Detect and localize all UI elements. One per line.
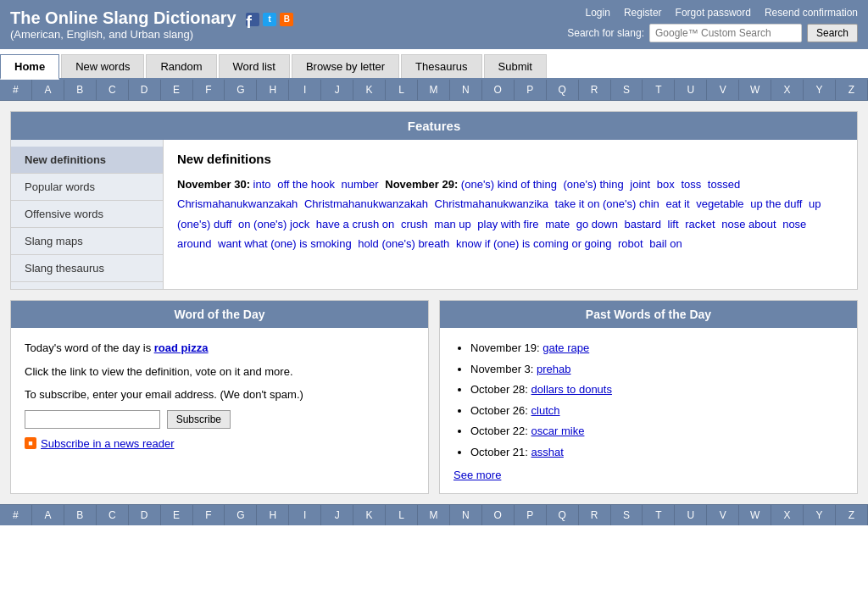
alpha-r[interactable]: R xyxy=(579,80,611,100)
word-toss[interactable]: toss xyxy=(681,178,701,191)
alpha-z[interactable]: Z xyxy=(836,80,868,100)
alpha-f[interactable]: F xyxy=(193,505,225,525)
see-more-link[interactable]: See more xyxy=(453,469,843,481)
alpha-w[interactable]: W xyxy=(739,80,771,100)
alpha-d[interactable]: D xyxy=(129,505,161,525)
login-link[interactable]: Login xyxy=(586,7,610,19)
word-man-up[interactable]: man up xyxy=(434,218,470,230)
facebook-icon[interactable]: f xyxy=(246,13,259,26)
alpha-h[interactable]: H xyxy=(257,505,289,525)
word-know-coming-or-going[interactable]: know if (one) is coming or going xyxy=(456,237,612,250)
word-off-the-hook[interactable]: off the hook xyxy=(277,178,335,191)
alpha-#[interactable]: # xyxy=(0,80,32,100)
alpha-e[interactable]: E xyxy=(161,505,193,525)
feature-offensive-words[interactable]: Offensive words xyxy=(11,201,163,228)
forgot-password-link[interactable]: Forgot password xyxy=(676,7,751,19)
word-vegetable[interactable]: vegetable xyxy=(696,197,743,210)
search-button[interactable]: Search xyxy=(807,24,858,42)
subscribe-button[interactable]: Subscribe xyxy=(167,410,231,429)
word-on-ones-jock[interactable]: on (one's) jock xyxy=(238,218,309,230)
alpha-c[interactable]: C xyxy=(97,505,129,525)
alpha-p[interactable]: P xyxy=(515,80,547,100)
alpha-a[interactable]: A xyxy=(32,80,64,100)
rss-link[interactable]: Subscribe in a news reader xyxy=(41,437,175,450)
alpha-p[interactable]: P xyxy=(515,505,547,525)
word-chrisma3[interactable]: Christmahanukwanzika xyxy=(435,197,548,210)
past-word-3[interactable]: dollars to donuts xyxy=(531,383,612,396)
email-input[interactable] xyxy=(25,410,160,429)
alpha-q[interactable]: Q xyxy=(547,505,579,525)
alpha-x[interactable]: X xyxy=(771,80,804,100)
alpha-b[interactable]: B xyxy=(64,80,97,100)
feature-new-definitions[interactable]: New definitions xyxy=(11,147,163,174)
alpha-y[interactable]: Y xyxy=(804,80,836,100)
alpha-s[interactable]: S xyxy=(611,80,643,100)
past-word-4[interactable]: clutch xyxy=(531,404,560,417)
tab-thesaurus[interactable]: Thesaurus xyxy=(401,54,481,78)
word-hold-breath[interactable]: hold (one's) breath xyxy=(358,237,449,250)
alpha-s[interactable]: S xyxy=(611,505,643,525)
past-word-1[interactable]: gate rape xyxy=(542,341,589,354)
alpha-w[interactable]: W xyxy=(739,505,771,525)
alpha-a[interactable]: A xyxy=(32,505,64,525)
feature-popular-words[interactable]: Popular words xyxy=(11,174,163,201)
word-have-a-crush-on[interactable]: have a crush on xyxy=(316,218,395,230)
word-mate[interactable]: mate xyxy=(545,218,570,230)
word-bail-on[interactable]: bail on xyxy=(649,237,682,250)
alpha-v[interactable]: V xyxy=(707,80,739,100)
alpha-d[interactable]: D xyxy=(129,80,161,100)
alpha-o[interactable]: O xyxy=(482,80,515,100)
alpha-t[interactable]: T xyxy=(643,80,675,100)
alpha-v[interactable]: V xyxy=(707,505,739,525)
word-up-the-duff[interactable]: up the duff xyxy=(750,197,802,210)
word-racket[interactable]: racket xyxy=(685,218,715,230)
alpha-j[interactable]: J xyxy=(321,505,353,525)
alpha-j[interactable]: J xyxy=(321,80,353,100)
alpha-n[interactable]: N xyxy=(450,80,482,100)
word-lift[interactable]: lift xyxy=(668,218,679,230)
feature-slang-thesaurus[interactable]: Slang thesaurus xyxy=(11,255,163,282)
alpha-u[interactable]: U xyxy=(675,80,707,100)
tab-submit[interactable]: Submit xyxy=(484,54,547,78)
alpha-m[interactable]: M xyxy=(418,505,450,525)
blogger-icon[interactable]: B xyxy=(280,13,293,26)
alpha-t[interactable]: T xyxy=(643,505,675,525)
word-bastard[interactable]: bastard xyxy=(625,218,661,230)
alpha-f[interactable]: F xyxy=(193,80,225,100)
alpha-z[interactable]: Z xyxy=(836,505,868,525)
past-word-5[interactable]: oscar mike xyxy=(531,425,585,437)
past-word-6[interactable]: asshat xyxy=(531,446,564,458)
word-ones-thing[interactable]: (one's) thing xyxy=(564,178,624,191)
word-joint[interactable]: joint xyxy=(630,178,650,191)
tab-word-list[interactable]: Word list xyxy=(219,54,290,78)
word-chrisma1[interactable]: Chrismahanukwanzakah xyxy=(177,197,298,210)
register-link[interactable]: Register xyxy=(624,7,662,19)
word-box[interactable]: box xyxy=(657,178,675,191)
alpha-l[interactable]: L xyxy=(386,80,418,100)
word-tossed[interactable]: tossed xyxy=(708,178,740,191)
wotd-word-link[interactable]: road pizza xyxy=(154,341,209,354)
word-go-down[interactable]: go down xyxy=(576,218,618,230)
alpha-n[interactable]: N xyxy=(450,505,482,525)
alpha-l[interactable]: L xyxy=(386,505,418,525)
alpha-k[interactable]: K xyxy=(353,80,386,100)
feature-slang-maps[interactable]: Slang maps xyxy=(11,228,163,255)
alpha-k[interactable]: K xyxy=(353,505,386,525)
alpha-b[interactable]: B xyxy=(64,505,97,525)
alpha-q[interactable]: Q xyxy=(547,80,579,100)
alpha-u[interactable]: U xyxy=(675,505,707,525)
alpha-c[interactable]: C xyxy=(97,80,129,100)
alpha-o[interactable]: O xyxy=(482,505,515,525)
tab-new-words[interactable]: New words xyxy=(61,54,144,78)
past-word-2[interactable]: prehab xyxy=(537,363,570,375)
word-ones-kind-of-thing[interactable]: (one's) kind of thing xyxy=(461,178,557,191)
word-nose-about[interactable]: nose about xyxy=(721,218,776,230)
alpha-g[interactable]: G xyxy=(225,505,257,525)
word-into[interactable]: into xyxy=(253,178,271,191)
alpha-m[interactable]: M xyxy=(418,80,450,100)
tab-browse-by-letter[interactable]: Browse by letter xyxy=(292,54,399,78)
word-robot[interactable]: robot xyxy=(618,237,643,250)
alpha-i[interactable]: I xyxy=(289,80,321,100)
alpha-r[interactable]: R xyxy=(579,505,611,525)
twitter-icon[interactable]: t xyxy=(263,13,276,26)
